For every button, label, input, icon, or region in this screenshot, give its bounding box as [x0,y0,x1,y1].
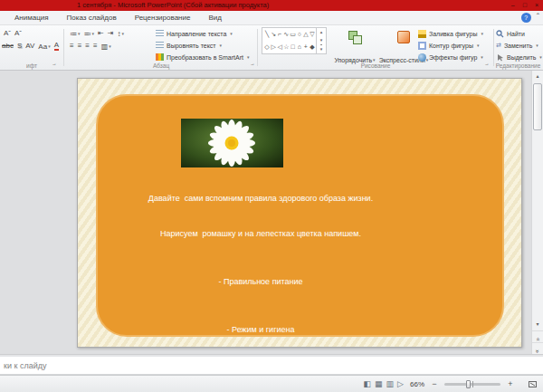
text-direction-icon [156,30,164,37]
zoom-slider-tick [472,381,473,387]
dialog-launcher-icon[interactable]: ⌐ [251,62,254,68]
shape-gallery-item[interactable]: ▽ [310,28,315,41]
group-drawing: ╲ ↘ ⌐ ∿ ▭ ○ △ ▽ ◇ ▷ ◁ ☆ □ ⌂ + ◆ [258,25,493,70]
strikethrough-icon[interactable]: abc [2,41,14,52]
shape-gallery-item[interactable]: ∿ [283,28,289,41]
slide-list-item[interactable]: - Правильное питание [98,276,424,288]
fit-to-window-button[interactable] [528,379,538,389]
font-color-icon[interactable]: А [54,42,59,51]
shape-gallery-item[interactable]: ☆ [283,41,289,53]
zoom-out-button[interactable]: − [431,379,438,388]
slide-sorter-view-icon[interactable]: ▦ [375,379,383,388]
justify-icon[interactable]: ≡ [93,41,98,52]
notes-pane[interactable]: ки к слайду [0,357,543,375]
shape-outline-button[interactable]: Контур фигуры [418,40,479,51]
dialog-launcher-icon[interactable]: ⌐ [52,62,56,68]
shape-gallery-item[interactable]: ╲ [264,28,270,41]
reading-view-icon[interactable]: ▥ [386,379,395,388]
maximize-button[interactable]: □ [523,0,527,11]
shrink-font-icon[interactable]: Аˇ [14,28,22,39]
decrease-indent-icon[interactable]: ⇤ [98,28,104,39]
shape-gallery-item[interactable]: ⌐ [277,28,282,41]
scroll-down-icon[interactable]: ▾ [532,319,543,330]
shape-gallery-item[interactable]: ◆ [310,41,315,53]
slide-editing-area[interactable]: Давайте сами вспомним правила здорового … [0,71,531,354]
shape-outline-icon [418,42,426,50]
group-paragraph: ≔ ≕ ⇤ ⇥ ↕ ≡ ≡ ≡ ≡ ▥ Направление текста В… [65,25,257,70]
shape-effects-button[interactable]: Эффекты фигур [418,52,483,62]
previous-slide-button[interactable]: « [532,330,543,342]
smartart-icon [156,53,164,61]
shape-gallery-item[interactable]: ◁ [277,41,282,53]
line-spacing-icon[interactable]: ↕ [117,28,124,40]
group-editing: Найти ⇄ Заменить Выделить Редактирование [494,25,542,70]
zoom-slider[interactable] [444,383,500,386]
slide-text-line[interactable]: Давайте сами вспомним правила здорового … [98,193,424,205]
character-spacing-icon[interactable]: AV [25,41,34,52]
shape-gallery-item[interactable]: ◇ [264,41,270,53]
shape-gallery-item[interactable]: + [303,41,309,53]
window-title: 1 сентября - Microsoft PowerPoint (Сбой … [77,0,269,11]
increase-indent-icon[interactable]: ⇥ [108,28,114,39]
shape-effects-icon [418,53,426,62]
collapse-ribbon-icon[interactable]: ˆ [537,13,539,23]
tab-animation[interactable]: Анимация [5,11,58,24]
group-label-editing: Редактирование [494,62,542,69]
gallery-scroll-down-icon[interactable]: ▾ [320,36,323,44]
text-shadow-icon[interactable]: S [17,41,22,52]
shape-fill-button[interactable]: Заливка фигуры [418,28,483,39]
slide-text-line[interactable]: Нарисуем ромашку и на лепестках цветка н… [98,228,424,240]
shape-gallery-item[interactable]: ○ [297,28,302,41]
group-label-paragraph: Абзац [65,62,257,69]
zoom-in-button[interactable]: + [507,379,514,388]
numbering-icon[interactable]: ≕ [84,28,95,40]
slideshow-view-icon[interactable]: ▷ [397,379,404,388]
grow-font-icon[interactable]: Аˆ [4,28,11,39]
ribbon-tab-strip: Анимация Показ слайдов Рецензирование Ви… [0,11,543,25]
replace-icon: ⇄ [496,42,501,49]
shape-gallery-item[interactable]: ↘ [271,28,276,41]
change-case-icon[interactable]: Aa [38,41,50,53]
next-slide-button[interactable]: « [532,342,543,354]
normal-view-icon[interactable]: ◧ [364,379,372,388]
shape-gallery-item[interactable]: □ [291,41,296,53]
gallery-more-icon[interactable]: ▾ [320,44,323,53]
select-button[interactable]: Выделить [496,52,542,62]
tab-view[interactable]: Вид [199,11,230,24]
help-icon[interactable]: ? [521,13,531,23]
vertical-scrollbar[interactable]: ▴ ▾ « « [531,71,543,354]
arrange-button[interactable]: Упорядочить [332,27,377,65]
titlebar: 1 сентября - Microsoft PowerPoint (Сбой … [0,0,543,11]
shape-gallery-item[interactable]: ▷ [271,41,276,53]
bullets-icon[interactable]: ≔ [70,28,81,40]
tab-slideshow[interactable]: Показ слайдов [58,11,126,24]
scrollbar-thumb[interactable] [533,83,542,130]
align-right-icon[interactable]: ≡ [85,41,90,52]
fit-to-window-icon [528,379,538,389]
slide-list-item[interactable]: - Режим и гигиена [98,324,424,336]
close-button[interactable]: × [535,0,538,11]
find-button[interactable]: Найти [496,28,525,39]
text-direction-button[interactable]: Направление текста [156,28,233,39]
minimize-button[interactable]: – [511,0,515,11]
gallery-scroll-up-icon[interactable]: ▴ [320,28,323,36]
ribbon: Аˆ Аˇ abc S AV Aa А ифт ⌐ ≔ ≕ ⇤ ⇥ ↕ [0,25,543,71]
align-center-icon[interactable]: ≡ [78,41,82,52]
columns-icon[interactable]: ▥ [101,41,111,53]
zoom-slider-thumb[interactable] [466,380,471,388]
align-text-button[interactable]: Выровнять текст [156,40,222,51]
daisy-image[interactable] [181,119,283,167]
shape-gallery-item[interactable]: △ [303,28,309,41]
dialog-launcher-icon[interactable]: ⌐ [485,62,489,68]
shape-gallery-item[interactable]: ▭ [290,28,296,41]
replace-button[interactable]: ⇄ Заменить [496,40,538,51]
group-label-drawing: Рисование [258,62,493,69]
shape-gallery-item[interactable]: ⌂ [297,41,302,53]
align-left-icon[interactable]: ≡ [70,41,74,52]
notes-placeholder[interactable]: ки к слайду [4,361,46,370]
convert-to-smartart-button[interactable]: Преобразовать в SmartArt [156,52,249,62]
tab-review[interactable]: Рецензирование [126,11,200,24]
zoom-percent[interactable]: 66% [410,380,424,388]
scroll-up-icon[interactable]: ▴ [532,71,543,81]
slide-canvas[interactable]: Давайте сами вспомним правила здорового … [77,78,522,348]
